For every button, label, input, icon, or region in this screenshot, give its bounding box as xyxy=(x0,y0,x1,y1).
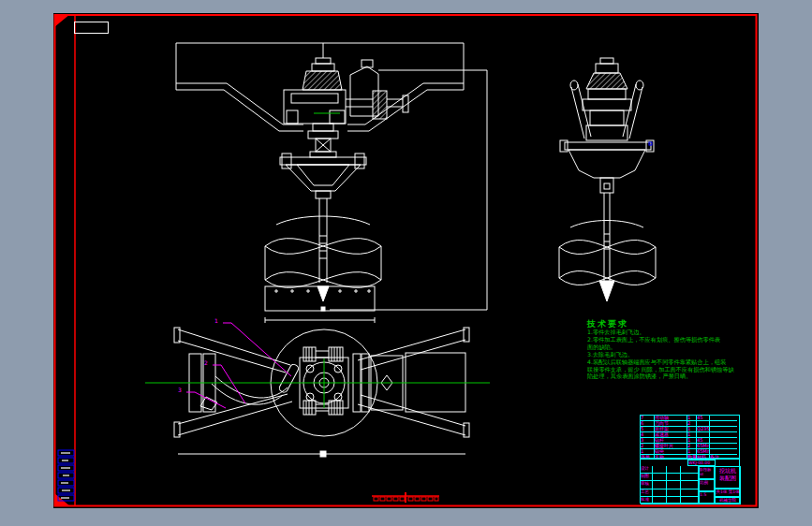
leader-label-1: 1 xyxy=(214,318,218,324)
title-block-signatures: 设计 制图 审核 xyxy=(641,466,699,504)
tech-requirement-line: 联接零件支承，留少 间隙，加工面不应有损伤和锈蚀等缺 xyxy=(587,366,718,373)
tech-requirement-line: 陷处理，其余表面涂防锈漆，严禁日晒。 xyxy=(587,373,718,380)
title-block-role: 工艺 xyxy=(641,489,653,497)
drawing-title-line2: 装配图 xyxy=(716,475,740,482)
leader-label-3: 3 xyxy=(178,387,182,393)
stage-label: 阶段标记 xyxy=(699,466,715,479)
title-block-row: 设计 xyxy=(641,466,699,474)
title-block-blank xyxy=(653,481,667,489)
tech-requirements: 技术要求 1.零件去掉毛刺飞边。2.零件加工表面上，不应有划痕、擦伤等损伤零件表… xyxy=(587,319,718,380)
title-block-role: 审核 xyxy=(641,481,653,489)
title-block-blank xyxy=(653,497,667,504)
title-block-role: 设计 xyxy=(641,466,653,474)
scale-label: 比例 xyxy=(699,479,715,491)
title-block: WKJ-00.00 设计 制图 审核 xyxy=(640,459,740,504)
bom-table: 7 传动轴 1 45 6 万向节 2 5 悬挂架 1 xyxy=(640,415,740,459)
sheet-count: 共1张 第1张 xyxy=(715,489,741,497)
org-name: 机械学院 xyxy=(715,497,741,504)
title-block-blank xyxy=(681,481,699,489)
title-block-blank xyxy=(667,481,681,489)
title-block-blank xyxy=(653,489,667,497)
drawing-title: 挖坑机 装配图 xyxy=(715,466,741,489)
bom-rows: 7 传动轴 1 45 6 万向节 2 5 悬挂架 1 xyxy=(641,416,739,455)
drawing-title-line1: 挖坑机 xyxy=(716,467,740,475)
title-block-blank xyxy=(653,466,667,474)
title-block-row: 审核 xyxy=(641,481,699,489)
drawing-number: WKJ-00.00 xyxy=(687,460,716,466)
title-block-blank xyxy=(667,497,681,504)
title-block-blank xyxy=(667,474,681,481)
title-block-blank xyxy=(681,474,699,481)
leader-label-2: 2 xyxy=(204,360,208,366)
zoom-window-box xyxy=(74,22,109,34)
title-block-blank xyxy=(681,466,699,474)
title-block-row: 批准 xyxy=(641,497,699,504)
title-block-blank xyxy=(667,489,681,497)
title-block-blank xyxy=(667,466,681,474)
title-block-blank xyxy=(681,497,699,504)
tech-requirement-line: 4.装配以后联轴器端面应与不同零件靠紧贴合上，组装 xyxy=(587,358,718,366)
title-block-role: 批准 xyxy=(641,497,653,504)
tech-requirements-lines: 1.零件去掉毛刺飞边。2.零件加工表面上，不应有划痕、擦伤等损伤零件表面的缺陷。… xyxy=(587,329,718,380)
title-block-row: 制图 xyxy=(641,474,699,481)
title-block-row: 工艺 xyxy=(641,489,699,497)
tech-requirements-title: 技术要求 xyxy=(587,319,718,329)
tech-requirement-line: 面的缺陷。 xyxy=(587,343,718,351)
tech-requirement-line: 3.去除毛刺飞边。 xyxy=(587,351,718,358)
cad-viewport[interactable]: 技术要求 1.零件去掉毛刺飞边。2.零件加工表面上，不应有划痕、擦伤等损伤零件表… xyxy=(0,0,812,526)
title-block-blank xyxy=(653,474,667,481)
tech-requirement-line: 2.零件加工表面上，不应有划痕、擦伤等损伤零件表 xyxy=(587,336,718,343)
title-block-role: 制图 xyxy=(641,474,653,481)
tech-requirement-line: 1.零件去掉毛刺飞边。 xyxy=(587,329,718,336)
scale-value: 1:5 xyxy=(699,491,715,504)
title-block-blank xyxy=(681,489,699,497)
